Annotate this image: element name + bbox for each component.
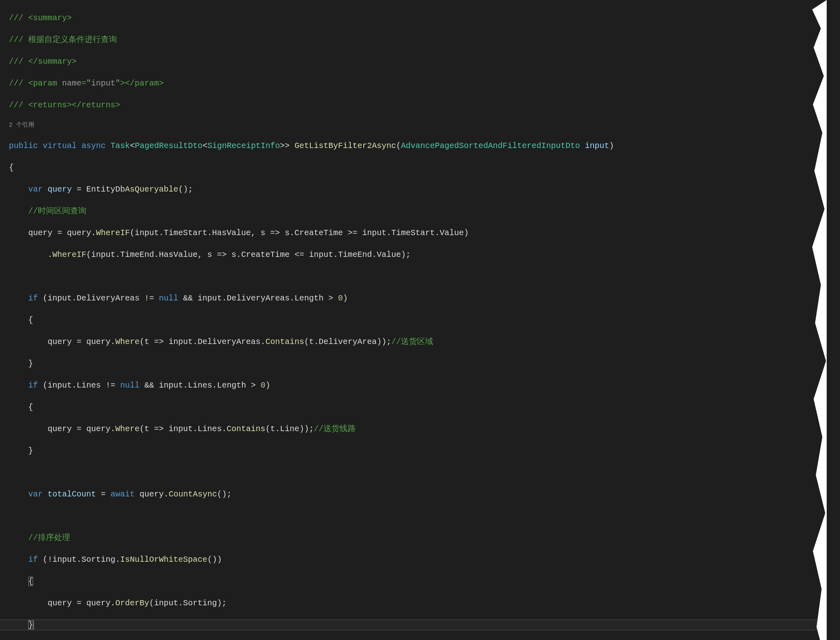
- code-line: {: [9, 402, 827, 413]
- code-line: query = query.OrderBy(input.Sorting);: [9, 598, 827, 609]
- codelens-references[interactable]: 2 个引用: [9, 121, 827, 129]
- code-line: }: [9, 445, 827, 456]
- code-line: [9, 271, 827, 282]
- doc-comment: /// <summary>: [9, 13, 72, 23]
- brace-match-open: {: [28, 577, 33, 586]
- code-line: public virtual async Task<PagedResultDto…: [9, 140, 827, 151]
- code-line: }: [9, 358, 827, 369]
- code-line: /// 根据自定义条件进行查询: [9, 34, 827, 45]
- code-line: if (input.DeliveryAreas != null && input…: [9, 293, 827, 304]
- code-line: if (!input.Sorting.IsNullOrWhiteSpace()): [9, 554, 827, 565]
- code-line: query = query.WhereIF(input.TimeStart.Ha…: [9, 227, 827, 238]
- code-line: [9, 467, 827, 478]
- code-line: /// <returns></returns>: [9, 100, 827, 110]
- code-line: [9, 511, 827, 521]
- code-line: var query = EntityDbAsQueryable();: [9, 184, 827, 195]
- code-line: {: [9, 576, 827, 587]
- code-line: query = query.Where(t => input.DeliveryA…: [9, 336, 827, 347]
- code-line: .WhereIF(input.TimeEnd.HasValue, s => s.…: [9, 249, 827, 260]
- code-editor[interactable]: /// <summary> /// 根据自定义条件进行查询 /// </summ…: [0, 0, 827, 640]
- code-line: /// </summary>: [9, 56, 827, 67]
- code-line: /// <summary>: [9, 13, 827, 23]
- brace-match-close: }: [28, 620, 33, 630]
- code-line: {: [9, 162, 827, 173]
- code-line: //时间区间查询: [9, 206, 827, 217]
- active-line: }: [0, 619, 827, 630]
- code-line: //排序处理: [9, 532, 827, 543]
- code-line: {: [9, 315, 827, 325]
- code-line: if (input.Lines != null && input.Lines.L…: [9, 380, 827, 391]
- text-cursor: [33, 621, 34, 630]
- code-line: /// <param name="input"></param>: [9, 78, 827, 89]
- code-line: var totalCount = await query.CountAsync(…: [9, 489, 827, 500]
- code-line: query = query.Where(t => input.Lines.Con…: [9, 423, 827, 434]
